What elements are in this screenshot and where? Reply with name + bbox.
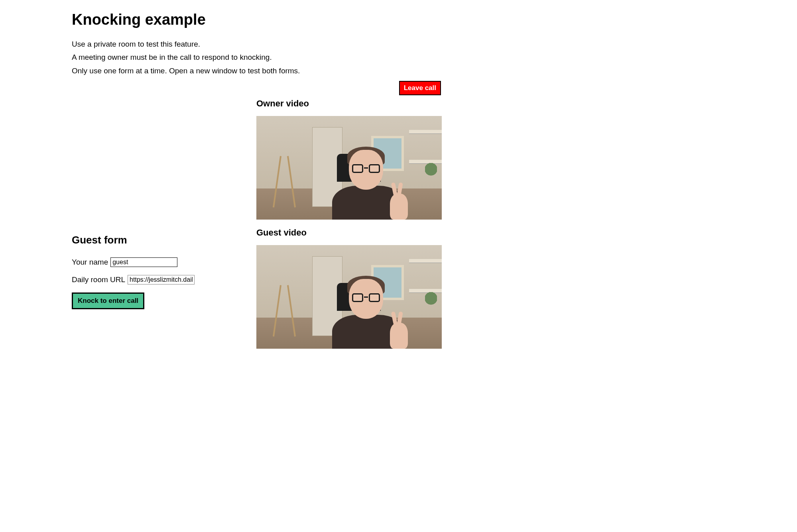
owner-video-feed	[256, 116, 442, 220]
guest-video-title: Guest video	[256, 228, 725, 238]
guest-form: Guest form Your name Daily room URL Knoc…	[72, 234, 248, 309]
knock-button[interactable]: Knock to enter call	[72, 293, 144, 309]
room-url-input[interactable]	[128, 275, 195, 285]
owner-video-title: Owner video	[256, 98, 725, 109]
guest-name-input[interactable]	[110, 257, 177, 267]
guest-form-heading: Guest form	[72, 234, 248, 246]
intro-line-1: Use a private room to test this feature.	[72, 38, 725, 50]
intro-text: Use a private room to test this feature.…	[72, 38, 725, 77]
name-label: Your name	[72, 258, 108, 267]
url-label: Daily room URL	[72, 275, 125, 284]
guest-video-feed	[256, 245, 442, 349]
leave-call-button[interactable]: Leave call	[399, 81, 441, 95]
page-title: Knocking example	[72, 11, 725, 28]
intro-line-2: A meeting owner must be in the call to r…	[72, 51, 725, 63]
intro-line-3: Only use one form at a time. Open a new …	[72, 65, 725, 77]
